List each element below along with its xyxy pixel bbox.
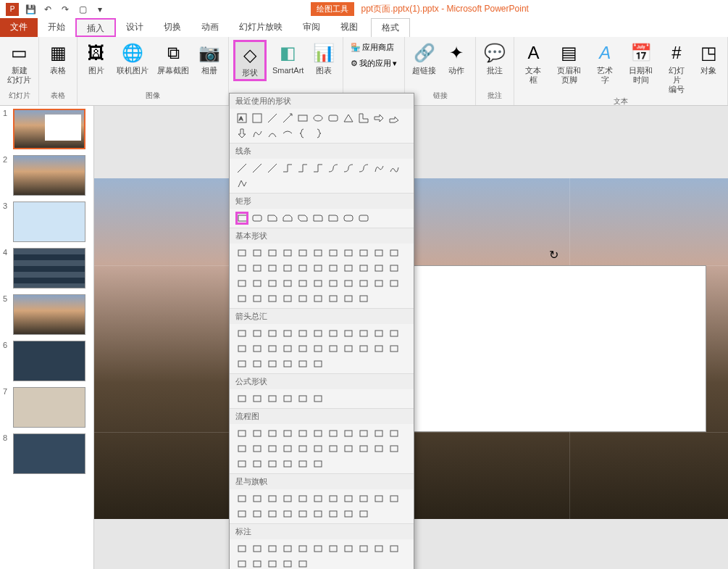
shape-line-icon[interactable] [266,112,279,125]
shape-vertical-textbox-icon[interactable] [251,112,264,125]
tab-home[interactable]: 开始 [38,18,75,37]
hyperlink-button[interactable]: 🔗 超链接 [409,40,439,77]
scribble-icon[interactable] [388,162,401,175]
star-shape-7-icon[interactable] [342,492,355,505]
flowchart-shape-15-icon[interactable] [296,442,309,455]
line-double-arrow-icon[interactable] [266,162,279,175]
flowchart-shape-11-icon[interactable] [235,442,248,455]
flowchart-shape-19-icon[interactable] [357,442,370,455]
slide-thumbnail-3[interactable] [13,202,85,242]
shape-down-arrow-icon[interactable] [235,127,248,140]
basic-shape-31-icon[interactable] [372,277,385,290]
line-icon[interactable] [235,162,248,175]
basic-shape-7-icon[interactable] [342,246,355,259]
slide-thumb-row[interactable]: 3 [3,202,91,242]
arrow-shape-26-icon[interactable] [296,357,309,370]
action-button[interactable]: ✦ 动作 [442,40,471,77]
new-slide-button[interactable]: ▭ 新建 幻灯片 [4,40,34,86]
star-shape-10-icon[interactable] [388,492,401,505]
slide-thumbnail-4[interactable] [13,248,85,288]
flowchart-shape-27-icon[interactable] [311,457,325,470]
basic-shape-21-icon[interactable] [388,262,401,275]
shape-rounded-rect-icon[interactable] [327,112,340,125]
star-shape-14-icon[interactable] [281,507,294,520]
basic-shape-28-icon[interactable] [327,277,340,290]
slide-thumbnail-panel[interactable]: 1 2 3 4 5 6 7 8 [0,106,94,569]
datetime-button[interactable]: 📅 日期和时间 [622,40,659,86]
equation-shape-1-icon[interactable] [251,392,264,405]
basic-shape-10-icon[interactable] [388,246,401,259]
basic-shape-26-icon[interactable] [296,277,309,290]
snip-single-corner-icon[interactable] [266,212,279,225]
arrow-shape-16-icon[interactable] [311,342,325,355]
basic-shape-37-icon[interactable] [296,292,309,305]
tab-design[interactable]: 设计 [116,18,154,37]
callout-shape-9-icon[interactable] [372,542,385,555]
basic-shape-8-icon[interactable] [357,246,370,259]
star-shape-11-icon[interactable] [235,507,248,520]
flowchart-shape-23-icon[interactable] [251,457,264,470]
flowchart-shape-1-icon[interactable] [251,427,264,440]
elbow-connector-icon[interactable] [281,162,294,175]
flowchart-shape-6-icon[interactable] [327,427,340,440]
round-single-corner-icon[interactable] [327,212,340,225]
star-shape-5-icon[interactable] [311,492,325,505]
basic-shape-12-icon[interactable] [251,262,264,275]
arrow-shape-1-icon[interactable] [251,327,264,340]
callout-shape-2-icon[interactable] [266,542,279,555]
slide-thumbnail-5[interactable] [13,294,85,335]
basic-shape-19-icon[interactable] [357,262,370,275]
star-shape-6-icon[interactable] [327,492,340,505]
callout-shape-10-icon[interactable] [388,542,401,555]
tab-format[interactable]: 格式 [371,18,410,37]
snip-diagonal-icon[interactable] [296,212,309,225]
tab-file[interactable]: 文件 [0,18,38,37]
arrow-shape-12-icon[interactable] [251,342,264,355]
slide-thumb-row[interactable]: 7 [3,387,91,428]
arrow-shape-5-icon[interactable] [311,327,325,340]
slide-thumb-row[interactable]: 4 [3,248,91,288]
elbow-double-arrow-icon[interactable] [311,162,325,175]
basic-shape-18-icon[interactable] [342,262,355,275]
arrow-shape-25-icon[interactable] [281,357,294,370]
star-shape-2-icon[interactable] [266,492,279,505]
basic-shape-5-icon[interactable] [311,246,325,259]
shape-right-brace-icon[interactable] [311,127,325,140]
flowchart-shape-21-icon[interactable] [388,442,401,455]
flowchart-shape-5-icon[interactable] [311,427,325,440]
rotate-handle-icon[interactable]: ↻ [549,248,559,258]
arrow-shape-7-icon[interactable] [342,327,355,340]
basic-shape-30-icon[interactable] [357,277,370,290]
basic-shape-9-icon[interactable] [372,246,385,259]
basic-shape-39-icon[interactable] [327,292,340,305]
basic-shape-14-icon[interactable] [281,262,294,275]
basic-shape-34-icon[interactable] [251,292,264,305]
slide-thumbnail-2[interactable] [13,155,85,196]
basic-shape-24-icon[interactable] [266,277,279,290]
tab-review[interactable]: 审阅 [293,18,330,37]
arrow-shape-23-icon[interactable] [251,357,264,370]
flowchart-shape-13-icon[interactable] [266,442,279,455]
basic-shape-40-icon[interactable] [342,292,355,305]
shape-line-arrow-icon[interactable] [281,112,294,125]
shape-arc-icon[interactable] [266,127,279,140]
tab-transitions[interactable]: 切换 [154,18,191,37]
basic-shape-23-icon[interactable] [251,277,264,290]
flowchart-shape-22-icon[interactable] [235,457,248,470]
callout-shape-11-icon[interactable] [235,557,248,569]
basic-shape-2-icon[interactable] [266,246,279,259]
table-button[interactable]: ▦ 表格 [43,40,72,77]
star-shape-0-icon[interactable] [235,492,248,505]
arrow-shape-14-icon[interactable] [281,342,294,355]
callout-shape-14-icon[interactable] [281,557,294,569]
basic-shape-20-icon[interactable] [372,262,385,275]
slide-thumb-row[interactable]: 6 [3,341,91,381]
callout-shape-0-icon[interactable] [235,542,248,555]
undo-icon[interactable]: ↶ [42,4,54,15]
elbow-arrow-icon[interactable] [296,162,309,175]
snip-round-single-icon[interactable] [311,212,325,225]
callout-shape-7-icon[interactable] [342,542,355,555]
arrow-shape-27-icon[interactable] [311,357,325,370]
star-shape-9-icon[interactable] [372,492,385,505]
callout-shape-3-icon[interactable] [281,542,294,555]
